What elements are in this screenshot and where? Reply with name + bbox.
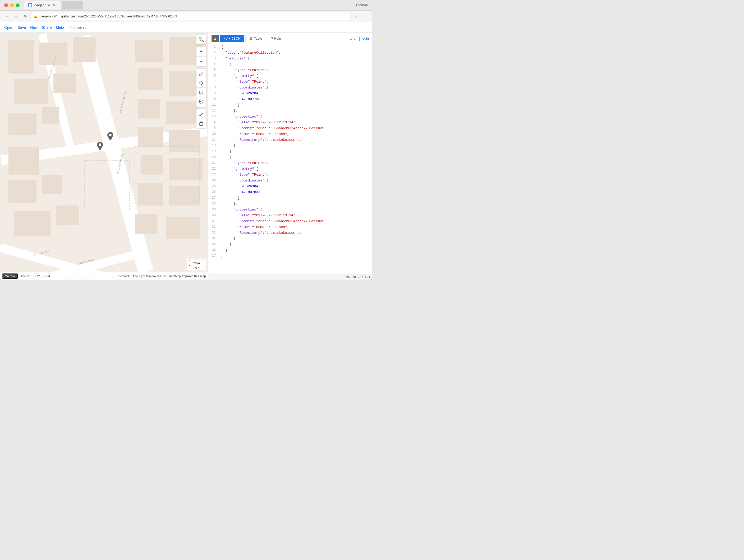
titlebar-user: Thomas	[355, 3, 368, 7]
browser-window: geojson.io ✕ Thomas ← → ↻ 🔒 geojson.io/#…	[0, 0, 372, 280]
forward-button[interactable]: →	[12, 12, 20, 21]
anon-link[interactable]: anon	[349, 36, 357, 40]
satellite-button[interactable]: Satellite	[19, 274, 31, 278]
draw-tools	[196, 69, 206, 107]
json-line-28: 28 },	[208, 201, 372, 207]
svg-rect-24	[166, 102, 199, 124]
feedback-link[interactable]: Feedback	[117, 274, 129, 278]
document-icon: 📄	[69, 26, 72, 29]
tab-favicon	[28, 3, 32, 7]
scale-20m: 20 m	[189, 262, 204, 265]
ocm-button[interactable]: OCM	[32, 274, 41, 278]
json-line-37: 37 }|	[208, 253, 372, 259]
map-marker-1[interactable]	[107, 132, 113, 142]
json-line-16: 16 "Name":"Thomas Kekeisen",	[208, 131, 372, 137]
tab-close-button[interactable]: ✕	[52, 3, 56, 7]
svg-rect-43	[199, 91, 203, 94]
json-line-12: 12 },	[208, 108, 372, 114]
active-tab[interactable]: geojson.io ✕	[24, 1, 61, 9]
scale-bar: 20 m 50 ft	[187, 259, 206, 271]
svg-rect-7	[8, 40, 34, 74]
svg-rect-10	[14, 79, 48, 105]
mapbox-source-button[interactable]: Mapbox	[2, 273, 18, 279]
lock-icon: 🔒	[34, 14, 38, 18]
svg-rect-22	[169, 71, 199, 96]
login-link[interactable]: login	[362, 36, 369, 40]
meta-link[interactable]: Meta	[56, 25, 64, 30]
marker-tool[interactable]	[196, 97, 206, 107]
json-line-13: 13 "properties":{	[208, 114, 372, 120]
json-line-29: 29 "properties":{	[208, 207, 372, 213]
svg-rect-25	[138, 127, 163, 146]
unsaved-badge: 📄 unsaved	[69, 25, 86, 29]
rectangle-tool[interactable]	[196, 88, 206, 97]
svg-rect-32	[166, 217, 199, 239]
svg-rect-31	[135, 214, 157, 234]
json-line-15: 15 "Commit":"d5ab5d696bab699324eccb7706c…	[208, 126, 372, 131]
json-line-19: 19 },	[208, 149, 372, 155]
table-icon: ⊞	[249, 36, 252, 40]
address-bar[interactable]: 🔒 geojson.io/#id=gist:anonymous/2b48226f…	[30, 13, 351, 20]
svg-rect-19	[135, 40, 163, 62]
about-link[interactable]: About	[133, 274, 140, 278]
osm-button[interactable]: OSM	[42, 274, 51, 278]
json-line-30: 30 "Date":"2017-05-03:22:13:34",	[208, 213, 372, 219]
json-tab[interactable]: </> JSON	[220, 35, 244, 42]
pencil-tool[interactable]	[196, 69, 206, 78]
json-line-21: 21 "type":"Feature",	[208, 161, 372, 166]
json-line-7: 7 "type":"Point",	[208, 79, 372, 85]
close-button[interactable]	[4, 3, 8, 7]
delete-button[interactable]	[196, 119, 206, 128]
osm-copyright: © OpenStreetMap	[157, 274, 181, 278]
svg-rect-11	[53, 73, 76, 93]
svg-rect-18	[56, 205, 79, 225]
search-button[interactable]: 🔍	[196, 35, 206, 44]
json-line-20: 20 {	[208, 155, 372, 161]
edit-button[interactable]	[196, 109, 206, 119]
mapbox-copyright: © Mapbox	[143, 274, 156, 278]
svg-rect-23	[138, 99, 160, 118]
map-area[interactable]: HAHNLEHOFSTRAS... KELTENSTRASSE KELTENST…	[0, 33, 208, 280]
menu-button[interactable]: ⋮	[361, 12, 369, 21]
json-line-34: 34 }	[208, 236, 372, 242]
svg-rect-12	[8, 113, 36, 135]
table-tab[interactable]: ⊞ Table	[245, 35, 266, 42]
map-bottom-bar: Mapbox Satellite OCM OSM Feedback | Abou…	[0, 272, 208, 280]
improve-link[interactable]: Improve this map	[182, 274, 206, 278]
zoom-out-button[interactable]: −	[196, 56, 206, 66]
minimize-button[interactable]	[10, 3, 14, 7]
bookmark-button[interactable]: ☆	[352, 12, 360, 21]
search-control: 🔍	[196, 35, 206, 44]
back-button[interactable]: ←	[3, 12, 11, 21]
save-link[interactable]: Save	[17, 25, 26, 30]
svg-rect-0	[29, 4, 32, 7]
json-line-5: 5 "type":"Feature",	[208, 68, 372, 73]
new-link[interactable]: New	[30, 25, 38, 30]
map-marker-2[interactable]	[97, 142, 103, 151]
tab-area: geojson.io ✕	[24, 1, 355, 9]
json-line-18: 18 }	[208, 143, 372, 149]
help-tab[interactable]: ? Help	[267, 35, 285, 42]
share-link[interactable]: Share	[42, 25, 51, 30]
svg-point-41	[99, 144, 101, 146]
zoom-control: + −	[196, 47, 206, 66]
zoom-in-button[interactable]: +	[196, 47, 206, 56]
json-editor[interactable]: 1 { 2 "type":"FeatureCollection", 3 "fea…	[208, 44, 372, 274]
ip-address: 192.30.252.153	[345, 276, 370, 279]
json-line-26: 26 47.807833	[208, 190, 372, 196]
json-line-32: 32 "Name":"Thomas Kekeisen",	[208, 225, 372, 230]
new-tab-placeholder	[62, 1, 83, 9]
json-line-35: 35 }	[208, 242, 372, 248]
json-line-8: 8 "coordinates":[	[208, 85, 372, 91]
tab-title: geojson.io	[34, 3, 50, 7]
status-bar: 192.30.252.153	[208, 274, 372, 280]
reload-button[interactable]: ↻	[21, 12, 29, 21]
json-line-23: 23 "type":"Point",	[208, 172, 372, 178]
right-panel: ▲ </> JSON ⊞ Table ? Help anon | login	[208, 33, 372, 280]
scroll-up-button[interactable]: ▲	[212, 35, 219, 42]
polygon-tool[interactable]	[196, 78, 206, 88]
maximize-button[interactable]	[16, 3, 20, 7]
svg-rect-27	[141, 155, 163, 174]
svg-rect-9	[73, 37, 96, 62]
open-link[interactable]: Open	[4, 25, 13, 30]
